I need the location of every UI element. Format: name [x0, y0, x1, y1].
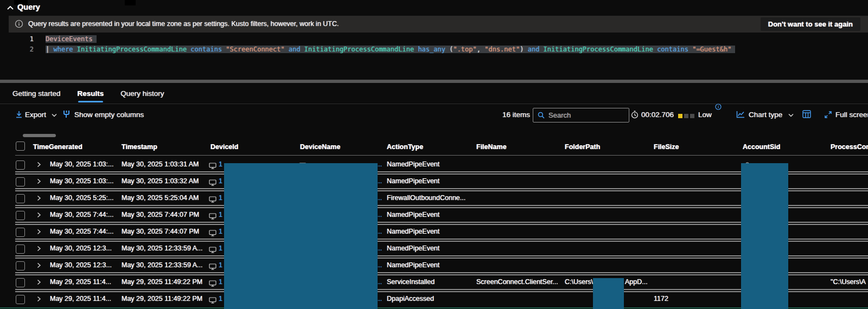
row-expand-icon[interactable]	[36, 246, 42, 252]
cell-filesize: 1172	[654, 292, 668, 306]
row-expand-icon[interactable]	[36, 162, 42, 168]
export-chevron-icon[interactable]	[51, 113, 58, 129]
column-header-filesize[interactable]: FileSize	[654, 139, 679, 155]
query-section-title: Query	[17, 3, 40, 11]
dismiss-banner-button[interactable]: Don't want to see it again	[761, 17, 860, 31]
row-checkbox[interactable]	[16, 261, 25, 271]
row-checkbox[interactable]	[16, 160, 25, 170]
cell-processcommandline: "C:\Users\A	[831, 275, 866, 289]
device-icon	[209, 196, 216, 203]
chart-type-chevron-icon[interactable]	[788, 113, 794, 129]
advanced-hunting-page: Query Query results are presented in you…	[0, 0, 868, 309]
row-checkbox[interactable]	[16, 228, 25, 237]
cell-timestamp: May 30, 2025 7:44:07 PM	[122, 225, 199, 239]
device-icon	[209, 263, 216, 270]
table-row[interactable]: May 30, 2025 12:3...May 30, 2025 12:33:5…	[0, 242, 868, 259]
device-icon	[209, 280, 216, 287]
row-expand-icon[interactable]	[36, 212, 42, 218]
column-header-accountsid[interactable]: AccountSid	[743, 139, 780, 155]
row-checkbox[interactable]	[16, 278, 25, 287]
row-checkbox[interactable]	[16, 244, 25, 254]
cell-deviceid[interactable]: 1	[219, 158, 222, 171]
column-header-filename[interactable]: FileName	[476, 139, 507, 155]
device-icon	[209, 230, 216, 236]
results-tab-bar: Getting startedResultsQuery history	[12, 87, 164, 101]
chart-type-button[interactable]: Chart type	[749, 107, 782, 123]
row-expand-icon[interactable]	[36, 296, 42, 302]
row-checkbox[interactable]	[16, 211, 25, 220]
grid-scrollbar-thumb[interactable]	[23, 134, 56, 137]
export-button[interactable]: Export	[25, 107, 46, 123]
show-empty-columns-button[interactable]: Show empty columns	[74, 107, 144, 123]
search-placeholder: Search	[548, 107, 571, 123]
tab-results[interactable]: Results	[78, 87, 104, 101]
info-banner-text: Query results are presented in your loca…	[28, 20, 339, 28]
cell-deviceid[interactable]: 1	[219, 175, 222, 188]
bottom-divider	[0, 307, 868, 308]
row-expand-icon[interactable]	[36, 195, 42, 201]
collapse-query-icon[interactable]	[7, 5, 14, 10]
select-all-checkbox[interactable]	[16, 141, 25, 151]
column-header-actiontype[interactable]: ActionType	[387, 139, 423, 155]
cell-timestamp: May 29, 2025 11:49:22 PM	[122, 292, 202, 306]
row-expand-icon[interactable]	[36, 279, 42, 285]
column-header-timegenerated[interactable]: TimeGenerated	[33, 139, 82, 155]
cell-actiontype: NamedPipeEvent	[387, 259, 439, 272]
table-row[interactable]: May 30, 2025 1:03:...May 30, 2025 1:03:3…	[0, 158, 868, 175]
cell-timegenerated: May 30, 2025 1:03:...	[50, 175, 113, 188]
chart-type-icon	[736, 111, 745, 126]
tab-query-history[interactable]: Query history	[120, 87, 164, 101]
tab-getting-started[interactable]: Getting started	[12, 87, 61, 101]
cell-deviceid[interactable]: 1	[219, 208, 222, 222]
cell-deviceid[interactable]: 1	[219, 259, 222, 272]
cell-timestamp: May 30, 2025 7:44:07 PM	[122, 208, 199, 222]
cell-timestamp: May 30, 2025 12:33:59 A...	[122, 242, 202, 255]
column-header-folderpath[interactable]: FolderPath	[565, 139, 600, 155]
resource-usage-info-icon[interactable]	[715, 104, 722, 119]
column-header-devicename[interactable]: DeviceName	[300, 139, 340, 155]
cell-deviceid[interactable]: 1	[219, 292, 222, 306]
top-artifact	[125, 0, 136, 5]
cell-actiontype: DpapiAccessed	[387, 292, 434, 306]
row-expand-icon[interactable]	[36, 229, 42, 235]
duration-icon	[631, 111, 639, 126]
cell-deviceid[interactable]: 1	[219, 191, 222, 205]
cell-deviceid[interactable]: 1	[219, 275, 222, 289]
row-checkbox[interactable]	[16, 194, 25, 203]
resource-usage-label: Low	[698, 107, 712, 123]
cell-folderpath: C:\Users\	[565, 275, 593, 289]
cell-timestamp: May 30, 2025 1:03:31 AM	[122, 158, 199, 171]
grid-view-icon[interactable]	[802, 110, 811, 126]
show-empty-columns-icon	[62, 110, 71, 125]
cell-timestamp: May 29, 2025 11:49:22 PM	[122, 275, 202, 289]
row-expand-icon[interactable]	[36, 262, 42, 268]
cell-filename: ScreenConnect.ClientSer...	[476, 275, 558, 289]
column-header-timestamp[interactable]: Timestamp	[122, 139, 157, 155]
table-row[interactable]: May 30, 2025 12:3...May 30, 2025 12:33:5…	[0, 259, 868, 275]
cell-deviceid[interactable]: 1	[219, 225, 222, 239]
table-row[interactable]: May 29, 2025 11:4...May 29, 2025 11:49:2…	[0, 292, 868, 309]
row-checkbox[interactable]	[16, 295, 25, 304]
device-icon	[209, 179, 216, 186]
table-row[interactable]: May 30, 2025 7:44:...May 30, 2025 7:44:0…	[0, 208, 868, 225]
row-expand-icon[interactable]	[36, 178, 42, 184]
cell-actiontype: ServiceInstalled	[387, 275, 435, 289]
full-screen-button[interactable]: Full screen	[835, 107, 868, 123]
table-row[interactable]: May 30, 2025 5:25:...May 30, 2025 5:25:0…	[0, 191, 868, 208]
cell-timegenerated: May 30, 2025 12:3...	[50, 242, 112, 255]
editor-results-divider[interactable]	[0, 80, 868, 83]
cell-timegenerated: May 30, 2025 12:3...	[50, 259, 112, 272]
device-icon	[209, 213, 216, 220]
export-icon	[15, 111, 23, 126]
cell-deviceid[interactable]: 1	[219, 242, 222, 255]
search-box[interactable]: Search	[533, 108, 629, 123]
cell-actiontype: FirewallOutboundConne...	[387, 191, 465, 205]
row-checkbox[interactable]	[16, 177, 25, 186]
table-row[interactable]: May 29, 2025 11:4...May 29, 2025 11:49:2…	[0, 275, 868, 292]
table-row[interactable]: May 30, 2025 1:03:...May 30, 2025 1:03:3…	[0, 175, 868, 191]
column-header-processcommandline[interactable]: ProcessCommandLine	[831, 139, 868, 155]
info-banner: Query results are presented in your loca…	[9, 16, 868, 33]
table-row[interactable]: May 30, 2025 7:44:...May 30, 2025 7:44:0…	[0, 225, 868, 242]
column-header-deviceid[interactable]: DeviceId	[210, 139, 238, 155]
cell-actiontype: NamedPipeEvent	[387, 175, 439, 188]
